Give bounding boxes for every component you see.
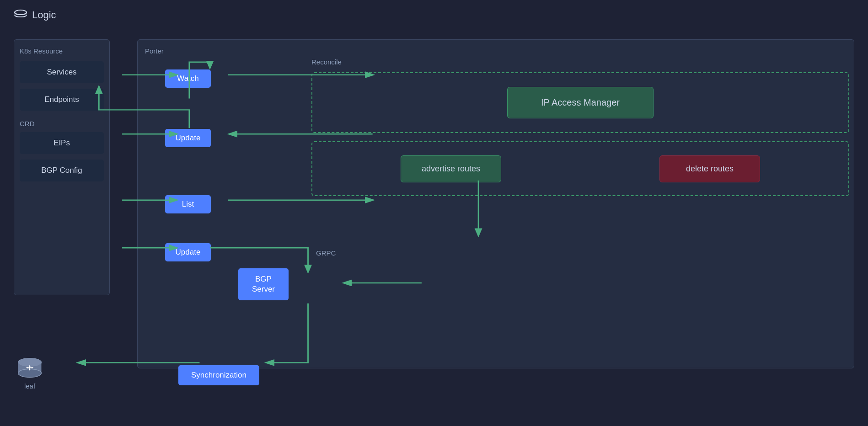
endpoints-box: Endpoints	[20, 89, 104, 111]
list-button[interactable]: List	[165, 195, 211, 213]
page-title: Logic	[32, 9, 56, 21]
watch-button[interactable]: Watch	[165, 69, 211, 88]
watch-btn-container: Watch	[165, 69, 211, 88]
title-row: Logic	[14, 9, 854, 21]
diagram-wrapper: K8s Resource Services Endpoints CRD EIPs…	[14, 30, 854, 413]
bgp-server-container: BGP Server	[238, 268, 289, 300]
update-button-1[interactable]: Update	[165, 129, 211, 147]
leaf-area: leaf	[14, 357, 46, 390]
bgp-server-button[interactable]: BGP Server	[238, 268, 289, 300]
sync-btn-container: Synchronization	[178, 365, 259, 385]
advertise-routes-box: advertise routes	[401, 155, 501, 182]
leaf-icon	[14, 357, 46, 379]
main-container: Logic K8s Resource Services Endpoints CR…	[0, 0, 868, 426]
leaf-label: leaf	[24, 382, 35, 390]
ip-access-manager-box: IP Access Manager	[507, 87, 654, 118]
eips-box: EIPs	[20, 132, 104, 154]
reconcile-label: Reconcile	[311, 58, 849, 66]
update-btn2-container: Update	[165, 243, 211, 261]
k8s-panel-label: K8s Resource	[20, 47, 104, 55]
ip-access-dashed-box: IP Access Manager	[311, 72, 849, 133]
stack-icon	[14, 10, 27, 21]
services-box: Services	[20, 61, 104, 83]
synchronization-button[interactable]: Synchronization	[178, 365, 259, 385]
bgp-config-box: BGP Config	[20, 160, 104, 181]
crd-label: CRD	[20, 120, 104, 128]
grpc-label: GRPC	[316, 249, 336, 257]
reconcile-section: Reconcile IP Access Manager advertise ro…	[311, 58, 849, 204]
routes-dashed-box: advertise routes delete routes	[311, 141, 849, 196]
delete-routes-box: delete routes	[659, 155, 760, 182]
porter-label: Porter	[145, 47, 847, 55]
list-btn-container: List	[165, 195, 211, 213]
update-button-2[interactable]: Update	[165, 243, 211, 261]
porter-panel: Porter Watch Update List Update BGP Serv…	[137, 39, 854, 368]
k8s-panel: K8s Resource Services Endpoints CRD EIPs…	[14, 39, 110, 295]
update-btn1-container: Update	[165, 129, 211, 147]
